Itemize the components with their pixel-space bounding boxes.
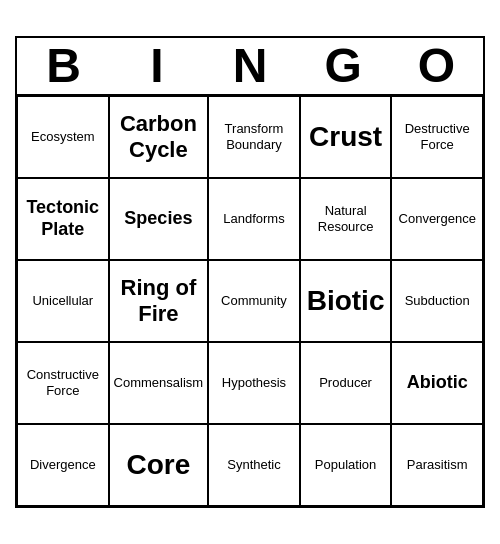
cell-text-16: Commensalism <box>114 375 204 391</box>
bingo-cell-23: Population <box>300 424 392 506</box>
cell-text-18: Producer <box>319 375 372 391</box>
cell-text-5: Tectonic Plate <box>22 197 104 240</box>
bingo-cell-14: Subduction <box>391 260 483 342</box>
bingo-grid: EcosystemCarbon CycleTransform BoundaryC… <box>17 94 483 506</box>
cell-text-2: Transform Boundary <box>213 121 295 152</box>
cell-text-20: Divergence <box>30 457 96 473</box>
cell-text-12: Community <box>221 293 287 309</box>
bingo-cell-17: Hypothesis <box>208 342 300 424</box>
cell-text-0: Ecosystem <box>31 129 95 145</box>
bingo-cell-22: Synthetic <box>208 424 300 506</box>
bingo-cell-12: Community <box>208 260 300 342</box>
bingo-cell-21: Core <box>109 424 209 506</box>
bingo-letter-i: I <box>110 38 203 94</box>
bingo-header: BINGO <box>17 38 483 94</box>
cell-text-9: Convergence <box>399 211 476 227</box>
cell-text-24: Parasitism <box>407 457 468 473</box>
cell-text-13: Biotic <box>307 284 385 318</box>
bingo-cell-0: Ecosystem <box>17 96 109 178</box>
bingo-cell-7: Landforms <box>208 178 300 260</box>
cell-text-8: Natural Resource <box>305 203 387 234</box>
bingo-letter-b: B <box>17 38 110 94</box>
cell-text-10: Unicellular <box>32 293 93 309</box>
cell-text-19: Abiotic <box>407 372 468 394</box>
bingo-cell-13: Biotic <box>300 260 392 342</box>
cell-text-1: Carbon Cycle <box>114 111 204 164</box>
cell-text-15: Constructive Force <box>22 367 104 398</box>
bingo-cell-9: Convergence <box>391 178 483 260</box>
bingo-cell-15: Constructive Force <box>17 342 109 424</box>
bingo-cell-1: Carbon Cycle <box>109 96 209 178</box>
cell-text-7: Landforms <box>223 211 284 227</box>
cell-text-14: Subduction <box>405 293 470 309</box>
bingo-cell-5: Tectonic Plate <box>17 178 109 260</box>
bingo-cell-10: Unicellular <box>17 260 109 342</box>
cell-text-23: Population <box>315 457 376 473</box>
bingo-cell-18: Producer <box>300 342 392 424</box>
cell-text-21: Core <box>126 448 190 482</box>
bingo-letter-o: O <box>390 38 483 94</box>
bingo-cell-6: Species <box>109 178 209 260</box>
cell-text-4: Destructive Force <box>396 121 478 152</box>
cell-text-11: Ring of Fire <box>114 275 204 328</box>
bingo-letter-n: N <box>203 38 296 94</box>
bingo-cell-16: Commensalism <box>109 342 209 424</box>
cell-text-22: Synthetic <box>227 457 280 473</box>
bingo-cell-8: Natural Resource <box>300 178 392 260</box>
bingo-cell-19: Abiotic <box>391 342 483 424</box>
cell-text-3: Crust <box>309 120 382 154</box>
cell-text-17: Hypothesis <box>222 375 286 391</box>
bingo-cell-2: Transform Boundary <box>208 96 300 178</box>
bingo-card: BINGO EcosystemCarbon CycleTransform Bou… <box>15 36 485 508</box>
cell-text-6: Species <box>124 208 192 230</box>
bingo-cell-24: Parasitism <box>391 424 483 506</box>
bingo-cell-4: Destructive Force <box>391 96 483 178</box>
bingo-cell-3: Crust <box>300 96 392 178</box>
bingo-letter-g: G <box>297 38 390 94</box>
bingo-cell-11: Ring of Fire <box>109 260 209 342</box>
bingo-cell-20: Divergence <box>17 424 109 506</box>
